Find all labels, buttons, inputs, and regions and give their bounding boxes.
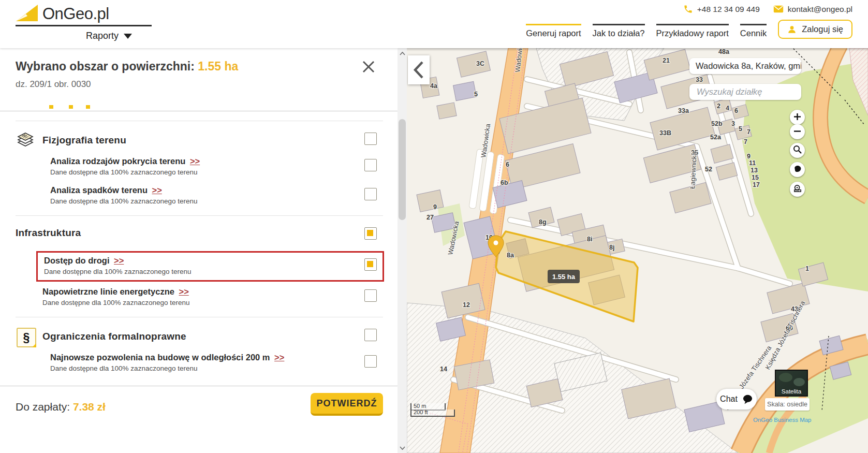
search-map-button[interactable] — [790, 143, 805, 158]
total-due: Do zapłaty: 7.38 zł — [16, 397, 106, 417]
option-details-link[interactable]: >> — [152, 185, 162, 195]
area-tooltip: 1.55 ha — [548, 270, 580, 283]
section-header: Fizjografia terenu — [0, 131, 398, 150]
building-number-label: 8j — [609, 244, 614, 251]
option-details-link[interactable]: >> — [179, 287, 189, 296]
divider — [16, 215, 383, 216]
building-number-label: 1 — [805, 265, 809, 272]
search-map-icon — [793, 144, 802, 156]
option-details-link[interactable]: >> — [274, 353, 284, 362]
option-checkbox[interactable] — [364, 188, 377, 200]
building-number-label: 52a — [710, 134, 722, 141]
section-header: §Ograniczenia formalnoprawne — [0, 328, 398, 346]
option-checkbox[interactable] — [364, 289, 377, 302]
reports-menu[interactable]: Raporty — [16, 26, 152, 41]
building-number-label: 6 — [506, 161, 509, 168]
confirm-button[interactable]: POTWIERDŹ — [311, 393, 383, 416]
chevron-down-icon — [124, 34, 132, 39]
nav-item[interactable]: Cennik — [740, 24, 767, 38]
option-checkbox[interactable] — [364, 159, 377, 171]
building-number-label: 5 — [739, 125, 742, 133]
map-area: 3C4a566b927108g8i8j8a121448a213333a33B35… — [407, 48, 868, 453]
building-number-label: 9 — [433, 203, 437, 211]
option-label: Najnowsze pozwolenia na budowę w odległo… — [50, 353, 398, 362]
building-number-label: 9 — [747, 153, 751, 160]
parcel-search-input[interactable] — [696, 86, 795, 97]
building-number-label: 52 — [705, 166, 712, 173]
sections: Fizjografia terenuAnaliza rodzajów pokry… — [0, 121, 398, 373]
section-checkbox[interactable] — [364, 329, 377, 341]
building-number-label: 3C — [476, 60, 484, 67]
svg-text:1.55 ha: 1.55 ha — [552, 273, 576, 281]
map-attribution[interactable]: OnGeo Business Map — [753, 417, 812, 423]
logo-text: OnGeo.pl — [42, 6, 109, 22]
zoom-out-button[interactable] — [790, 124, 805, 139]
login-button[interactable]: Zaloguj się — [778, 20, 852, 39]
building-number-label: 8a — [507, 252, 514, 259]
satellite-texture — [793, 378, 805, 386]
building-number-label: 14 — [440, 366, 447, 373]
contact-info: +48 12 34 09 449 kontakt@ongeo.pl — [683, 4, 852, 14]
building-number-label: 4 — [726, 105, 729, 112]
building-number-label: 33a — [678, 107, 689, 114]
option-availability-note: Dane dostępne dla 100% zaznaczonego tere… — [50, 168, 398, 176]
option-checkbox[interactable] — [364, 258, 377, 271]
zoom-in-button[interactable] — [790, 110, 805, 125]
section-checkbox[interactable] — [364, 227, 377, 240]
building-number-label: 2 — [717, 103, 720, 110]
header-shadow — [407, 48, 868, 51]
logo[interactable]: OnGeo.pl Raporty — [16, 4, 152, 41]
option-details-link[interactable]: >> — [190, 156, 200, 166]
chat-button[interactable]: Chat — [716, 389, 757, 410]
panel-header: Wybrano obszar o powierzchni: 1.55 ha dz… — [0, 48, 398, 104]
satellite-layer-toggle[interactable]: Satelita — [775, 370, 808, 397]
scroll-down-arrow[interactable] — [398, 444, 407, 452]
nav-item[interactable]: Przykładowy raport — [656, 24, 729, 38]
divider — [16, 317, 383, 317]
option-checkbox[interactable] — [364, 355, 377, 368]
panel-scrollbar[interactable] — [398, 48, 407, 453]
building-number-label: 15 — [752, 174, 759, 181]
panel-footer: Do zapłaty: 7.38 zł POTWIERDŹ — [0, 386, 398, 453]
address-search-input[interactable]: Wadowicka 8a, Kraków, gmina — [689, 58, 801, 74]
section-header: Infrastruktura — [0, 226, 398, 245]
panel-title: Wybrano obszar o powierzchni: 1.55 ha — [16, 60, 238, 74]
select-area-button[interactable] — [790, 162, 805, 177]
phone-link[interactable]: +48 12 34 09 449 — [683, 4, 760, 14]
scale-bar: 50 m 200 ft — [410, 403, 455, 417]
building-number-label: 52b — [711, 120, 723, 127]
email-link[interactable]: kontakt@ongeo.pl — [773, 5, 852, 14]
report-option-row: Dostęp do drogi >>Dane dostępne dla 100%… — [38, 256, 382, 276]
app-window: OnGeo.pl Raporty +48 12 34 09 449 kontak… — [0, 0, 868, 453]
checkbox-checked-mark — [367, 261, 373, 267]
report-option-row: Analiza spadków terenu >>Dane dostępne d… — [0, 185, 398, 206]
option-label: Analiza spadków terenu >> — [50, 185, 398, 195]
scroll-up-arrow[interactable] — [398, 49, 407, 57]
scrollbar-thumb[interactable] — [399, 119, 406, 220]
building-number-label: 8g — [539, 218, 547, 226]
option-availability-note: Dane dostępne dla 100% zaznaczonego tere… — [42, 299, 398, 306]
report-section: §Ograniczenia formalnoprawneNajnowsze po… — [0, 328, 398, 373]
satellite-texture — [779, 373, 792, 382]
phone-icon — [683, 4, 693, 14]
report-section: InfrastrukturaDostęp do drogi >>Dane dos… — [0, 226, 398, 308]
back-button[interactable] — [408, 55, 430, 84]
measure-button[interactable] — [790, 182, 805, 197]
option-availability-note: Dane dostępne dla 100% zaznaczonego tere… — [44, 268, 382, 275]
section-checkbox[interactable] — [364, 133, 377, 145]
logo-triangle-icon — [16, 4, 38, 22]
option-details-link[interactable]: >> — [114, 256, 124, 265]
envelope-icon — [773, 5, 784, 13]
checkbox-checked-mark — [367, 230, 373, 236]
building-number-label: 12 — [463, 301, 470, 309]
nav-item[interactable]: Jak to działa? — [593, 24, 645, 38]
parcel-id: dz. 209/1 obr. 0030 — [16, 79, 91, 90]
person-icon — [787, 25, 797, 34]
building-number-label: 33B — [659, 129, 671, 137]
nav-item[interactable]: Generuj raport — [526, 24, 581, 38]
option-label: Analiza rodzajów pokrycia terenu >> — [50, 156, 398, 166]
option-availability-note: Dane dostępne dla 100% zaznaczonego tere… — [50, 197, 398, 205]
building-number-label: 5 — [474, 91, 478, 98]
close-icon[interactable] — [361, 60, 376, 74]
layers-icon — [17, 131, 34, 149]
